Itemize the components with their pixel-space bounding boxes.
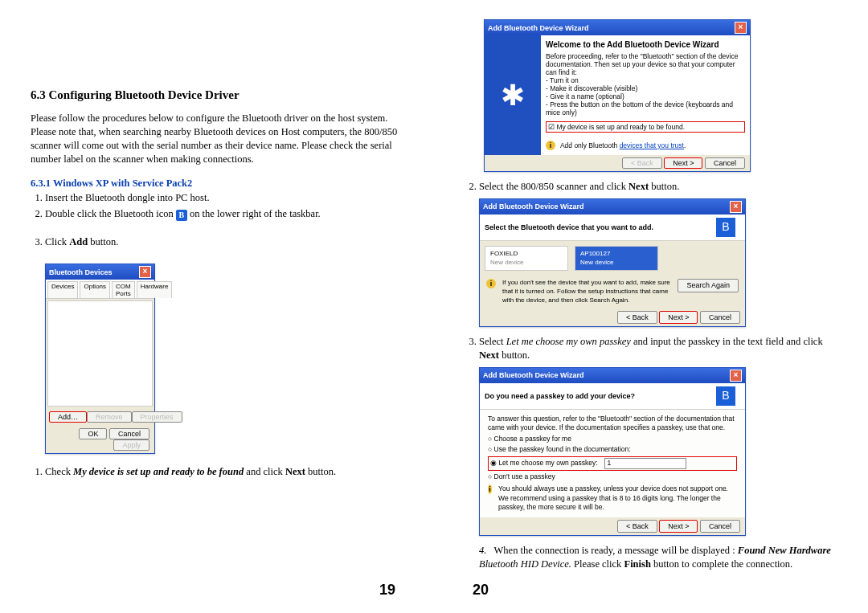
step-item: Double click the Bluetooth icon on the l… xyxy=(45,207,403,221)
r-step4-b2: Finish xyxy=(624,558,651,570)
properties-button[interactable]: Properties xyxy=(132,411,182,423)
step2-pre: Double click the Bluetooth icon xyxy=(45,208,174,219)
radio-use-doc-passkey[interactable]: ○ Use the passkey found in the documenta… xyxy=(488,445,737,454)
device-list-area xyxy=(47,300,153,407)
dialog-titlebar[interactable]: Add Bluetooth Device Wizard × xyxy=(480,368,745,383)
info-icon: i xyxy=(486,279,496,288)
device-name: AP100127 xyxy=(580,250,653,259)
wizard-subheader: Select the Bluetooth device that you wan… xyxy=(480,215,745,241)
hint-link[interactable]: devices that you trust xyxy=(620,141,684,149)
dialog-ok-row: OK Cancel Apply xyxy=(46,426,154,453)
bottom-bolditalic: My device is set up and ready to be foun… xyxy=(73,466,244,477)
tab-options[interactable]: Options xyxy=(80,281,110,298)
passkey-body: To answer this question, refer to the "B… xyxy=(480,410,745,517)
dialog-tabs: Devices Options COM Ports Hardware xyxy=(46,280,154,299)
page-left: 6.3 Configuring Bluetooth Device Driver … xyxy=(0,0,434,613)
cancel-button[interactable]: Cancel xyxy=(700,520,740,533)
bottom-bold: Next xyxy=(285,466,305,477)
dialog-titlebar[interactable]: Bluetooth Devices × xyxy=(46,264,154,280)
r-step4-post: button to complete the connection. xyxy=(651,558,792,570)
close-icon[interactable]: × xyxy=(730,370,742,382)
wizard-content: Welcome to the Add Bluetooth Device Wiza… xyxy=(541,35,750,155)
section-number: 6.3 xyxy=(31,88,46,101)
close-icon[interactable]: × xyxy=(139,266,151,278)
close-icon[interactable]: × xyxy=(735,22,747,34)
bluetooth-logo-panel xyxy=(485,35,541,155)
add-button[interactable]: Add… xyxy=(49,411,87,423)
cancel-button[interactable]: Cancel xyxy=(705,157,745,169)
ok-button[interactable]: OK xyxy=(79,428,107,439)
dialog-title: Add Bluetooth Device Wizard xyxy=(483,202,583,211)
next-button[interactable]: Next > xyxy=(659,520,698,533)
cancel-button[interactable]: Cancel xyxy=(109,428,149,439)
section-heading: 6.3 Configuring Bluetooth Device Driver xyxy=(31,88,403,102)
radio-own-passkey[interactable]: ◉ Let me choose my own passkey: xyxy=(490,459,598,467)
tab-devices[interactable]: Devices xyxy=(47,281,78,298)
wizard-ready-checkbox[interactable]: ☑ My device is set up and ready to be fo… xyxy=(546,121,745,133)
page-number: 19 xyxy=(0,582,434,599)
back-button[interactable]: < Back xyxy=(622,157,662,169)
dialog-titlebar[interactable]: Add Bluetooth Device Wizard × xyxy=(480,199,745,215)
dialog-title: Add Bluetooth Device Wizard xyxy=(488,24,588,32)
dialog-wizard-welcome: Add Bluetooth Device Wizard × Welcome to… xyxy=(484,19,751,172)
page-right: Add Bluetooth Device Wizard × Welcome to… xyxy=(434,0,868,613)
bluetooth-tray-icon xyxy=(176,210,187,221)
step-item: Click Add button. xyxy=(45,235,403,249)
r-step4-pre: When the connection is ready, a message … xyxy=(494,545,738,556)
wizard-body-text: Before proceeding, refer to the "Bluetoo… xyxy=(546,52,745,76)
close-icon[interactable]: × xyxy=(730,201,742,213)
wizard-li: - Make it discoverable (visible) xyxy=(546,84,745,92)
wizard-tip: If you don't see the device that you wan… xyxy=(502,279,674,304)
dialog-title: Add Bluetooth Device Wizard xyxy=(483,370,583,380)
step3-post: button. xyxy=(88,236,118,247)
remove-button[interactable]: Remove xyxy=(87,411,132,423)
section-title-text: Configuring Bluetooth Device Driver xyxy=(49,88,240,101)
passkey-input[interactable]: 1 xyxy=(604,458,686,469)
device-card[interactable]: FOXIELD New device xyxy=(485,246,568,272)
r-step3-bold: Next xyxy=(479,349,499,361)
wizard-subtitle: Do you need a passkey to add your device… xyxy=(485,392,635,400)
radio-choose-for-me[interactable]: ○ Choose a passkey for me xyxy=(488,435,737,443)
r-step3-post: button. xyxy=(499,349,530,361)
steps-list-left-b: Check My device is set up and ready to b… xyxy=(31,465,403,479)
step-item: Check My device is set up and ready to b… xyxy=(45,465,403,479)
tab-com-ports[interactable]: COM Ports xyxy=(112,281,135,298)
subsection-number: 6.3.1 xyxy=(31,178,51,189)
info-icon: i xyxy=(546,141,555,150)
dialog-bluetooth-devices: Bluetooth Devices × Devices Options COM … xyxy=(45,264,155,454)
step3-pre: Click xyxy=(45,236,69,247)
apply-button[interactable]: Apply xyxy=(113,439,149,451)
wizard-heading: Welcome to the Add Bluetooth Device Wiza… xyxy=(546,40,745,49)
r-step2-pre: Select the 800/850 scanner and click xyxy=(479,181,628,192)
intro-paragraph: Please follow the procedures below to co… xyxy=(31,112,403,166)
subsection-heading: 6.3.1 Windows XP with Service Pack2 xyxy=(31,178,403,190)
dialog-titlebar[interactable]: Add Bluetooth Device Wizard × xyxy=(485,20,750,35)
search-again-button[interactable]: Search Again xyxy=(678,279,739,292)
dialog-wizard-select: Add Bluetooth Device Wizard × Select the… xyxy=(479,198,746,327)
wizard-subtitle: Select the Bluetooth device that you wan… xyxy=(485,223,653,231)
next-button[interactable]: Next > xyxy=(659,311,698,324)
r-step4-i: Bluetooth HID Device. xyxy=(479,558,571,570)
wizard-trust-hint: i Add only Bluetooth devices that you tr… xyxy=(546,141,745,150)
next-button[interactable]: Next > xyxy=(664,157,702,169)
bottom-post: button. xyxy=(305,466,336,477)
passkey-intro: To answer this question, refer to the "B… xyxy=(488,415,737,433)
tab-hardware[interactable]: Hardware xyxy=(137,281,173,298)
cancel-button[interactable]: Cancel xyxy=(700,311,740,324)
back-button[interactable]: < Back xyxy=(617,311,657,324)
wizard-buttons: < Back Next > Cancel xyxy=(480,309,745,326)
radio-no-passkey[interactable]: ○ Don't use a passkey xyxy=(488,472,737,481)
hint-pre: Add only Bluetooth xyxy=(560,141,620,149)
step2-post: on the lower right of the taskbar. xyxy=(190,208,321,219)
wizard-body: Welcome to the Add Bluetooth Device Wiza… xyxy=(485,35,750,155)
dialog-title: Bluetooth Devices xyxy=(49,268,113,276)
back-button[interactable]: < Back xyxy=(617,520,657,533)
bottom-pre: Check xyxy=(45,466,73,477)
bluetooth-icon: B xyxy=(716,218,735,237)
info-icon: i xyxy=(488,484,492,494)
page-number: 20 xyxy=(434,582,868,599)
device-card-selected[interactable]: AP100127 New device xyxy=(575,246,658,272)
wizard-li: - Give it a name (optional) xyxy=(546,92,745,100)
subsection-title: Windows XP with Service Pack2 xyxy=(53,178,192,189)
step-item: Insert the Bluetooth dongle into PC host… xyxy=(45,191,403,205)
